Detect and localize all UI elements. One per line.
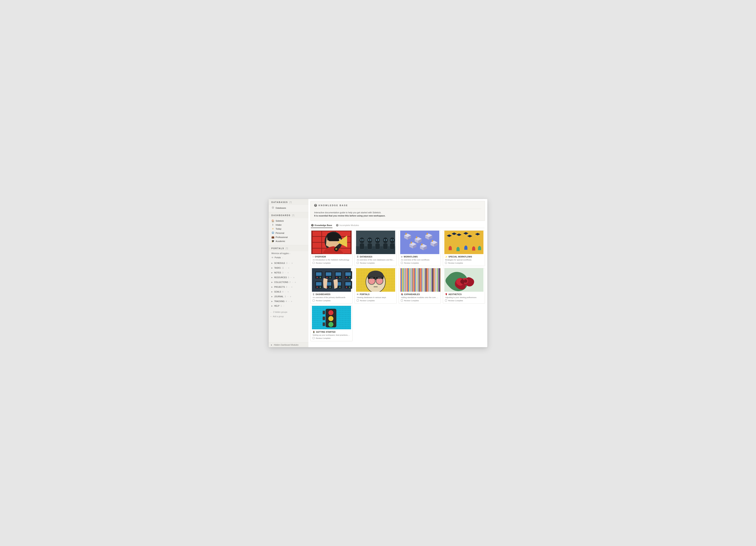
- sidebar-item-today[interactable]: ☀ Today: [270, 227, 307, 231]
- help-hint-icon[interactable]: [?]: [292, 214, 294, 216]
- svg-point-808: [345, 326, 346, 327]
- review-complete-checkbox[interactable]: Review Complete: [313, 337, 350, 339]
- portal-group-count: 1: [281, 305, 282, 307]
- svg-point-718: [322, 320, 322, 321]
- more-icon[interactable]: ···: [289, 262, 290, 264]
- kb-card-overview[interactable]: R ≡ OVERVIEW An introduction to the Side…: [310, 230, 353, 266]
- plus-icon[interactable]: +: [291, 286, 292, 289]
- review-complete-checkbox[interactable]: Review Complete: [401, 262, 439, 264]
- sidebar: DATABASES [?] Databases DASHBOARDS [?] 🏠…: [269, 199, 308, 347]
- sidebar-item-academic[interactable]: 🎓 Academic: [270, 239, 307, 243]
- kb-card-dashboards[interactable]: 🎛 DASHBOARDS An overview of the primary …: [310, 268, 353, 304]
- svg-point-815: [317, 328, 318, 329]
- more-icon[interactable]: ···: [283, 305, 285, 307]
- portal-group-tracking[interactable]: ▶ TRACKING 4 ··· +: [270, 299, 307, 304]
- plus-icon[interactable]: +: [287, 291, 289, 293]
- svg-point-228: [394, 277, 395, 277]
- svg-point-680: [341, 316, 341, 317]
- svg-point-788: [314, 326, 315, 327]
- plus-icon[interactable]: +: [291, 262, 293, 264]
- kb-card-special-workflows[interactable]: ✨ SPECIAL WORKFLOWS Strategies for speci…: [443, 230, 485, 266]
- help-hint-icon[interactable]: [?]: [290, 201, 292, 203]
- hidden-dashboard-modules-toggle[interactable]: ▶ Hidden Dashboard Modules: [269, 343, 308, 347]
- card-type-icon: 🎛: [313, 293, 315, 296]
- tab-incomplete-modules[interactable]: ? Incomplete Modules: [336, 223, 359, 228]
- portal-group-goals[interactable]: ▶ GOALS 4 ··· +: [270, 290, 307, 294]
- portal-group-count: 3: [286, 286, 287, 288]
- svg-point-551: [334, 307, 335, 307]
- kb-desc-line1: Interactive documentation guide to help …: [314, 211, 481, 214]
- plus-icon[interactable]: +: [293, 276, 294, 279]
- tab-knowledge-base[interactable]: ? Knowledge Base: [311, 223, 332, 228]
- more-icon[interactable]: ···: [292, 281, 293, 284]
- review-complete-checkbox[interactable]: Review Complete: [313, 262, 350, 264]
- sidebar-item-personal[interactable]: Personal: [270, 231, 307, 235]
- more-icon[interactable]: ···: [288, 300, 290, 303]
- svg-point-81: [360, 268, 360, 269]
- svg-point-28: [390, 237, 395, 243]
- svg-point-568: [322, 309, 322, 309]
- help-hint-icon[interactable]: [?]: [286, 247, 288, 249]
- kb-card-aesthetics[interactable]: 🌹 AESTHETICS Adjusting to your viewing p…: [443, 268, 485, 304]
- sidebar-item-professional[interactable]: 💼 Professional: [270, 235, 307, 239]
- more-icon[interactable]: ···: [285, 271, 286, 274]
- svg-point-430: [358, 291, 359, 291]
- portal-group-notes[interactable]: ▶ NOTES 3 ··· +: [270, 270, 307, 275]
- portal-group-collections[interactable]: ▶ COLLECTIONS 2 ··· +: [270, 280, 307, 285]
- portal-group-tasks[interactable]: ▶ TASKS 11 ··· +: [270, 265, 307, 270]
- svg-rect-55: [336, 272, 341, 276]
- more-icon[interactable]: ···: [288, 286, 290, 288]
- svg-point-781: [342, 324, 343, 325]
- portals-view-selector[interactable]: Portals ⌄: [269, 256, 308, 261]
- portal-group-resources[interactable]: ▶ RESOURCES 5 ··· +: [270, 275, 307, 280]
- hidden-groups-toggle[interactable]: ⌄ 2 hidden groups: [269, 310, 308, 314]
- svg-point-95: [382, 268, 382, 269]
- sidebar-item-intake[interactable]: ⬇ Intake: [270, 223, 307, 227]
- kb-card-expandables[interactable]: 📚 EXPANDABLES Adding standalone modules …: [399, 268, 441, 304]
- svg-point-424: [388, 289, 389, 290]
- svg-point-88: [371, 268, 371, 269]
- review-complete-checkbox[interactable]: Review Complete: [401, 300, 439, 302]
- more-icon[interactable]: ···: [290, 277, 292, 279]
- plus-icon[interactable]: +: [294, 281, 296, 284]
- card-type-icon: 🌹: [445, 293, 447, 296]
- kb-card-workflows[interactable]: ⚙ WORKFLOWS An overview of the core work…: [399, 230, 441, 266]
- svg-point-636: [350, 312, 351, 313]
- review-complete-checkbox[interactable]: Review Complete: [313, 300, 350, 302]
- portal-group-projects[interactable]: ▶ PROJECTS 3 ··· +: [270, 285, 307, 290]
- more-icon[interactable]: ···: [285, 267, 287, 269]
- review-complete-checkbox[interactable]: Review Complete: [357, 300, 395, 302]
- minimize-toggles-button[interactable]: Minimize all toggles ↓: [269, 251, 308, 256]
- svg-point-120: [382, 270, 382, 271]
- svg-point-31: [393, 239, 394, 240]
- more-icon[interactable]: ···: [285, 291, 286, 293]
- svg-point-637: [312, 314, 313, 315]
- portal-group-schedule[interactable]: ▶ SCHEDULE 3 ··· +: [270, 261, 307, 265]
- portal-group-journal[interactable]: ▶ JOURNAL 3 ··· +: [270, 294, 307, 299]
- portal-group-help[interactable]: ▶ HELP 1 ···: [270, 304, 307, 308]
- add-group-button[interactable]: + Add a group: [269, 314, 308, 319]
- svg-point-812: [312, 328, 313, 329]
- review-complete-checkbox[interactable]: Review Complete: [445, 300, 483, 302]
- svg-point-682: [344, 316, 344, 317]
- kb-card-databases[interactable]: 🗄 DATABASES An overview of the core data…: [355, 230, 397, 266]
- sidebar-item-sidekick[interactable]: 🏠 Sidekick: [270, 219, 307, 223]
- review-complete-checkbox[interactable]: Review Complete: [445, 262, 483, 264]
- sidebar-item-databases[interactable]: Databases: [270, 206, 307, 210]
- plus-icon[interactable]: +: [290, 295, 291, 298]
- svg-rect-528: [434, 268, 435, 292]
- plus-icon[interactable]: +: [288, 266, 290, 269]
- svg-point-153: [394, 272, 395, 272]
- kb-card-portals[interactable]: X-RAYVISION 👁 PORTALS Viewing databases …: [355, 268, 397, 304]
- svg-point-14: [361, 239, 361, 240]
- svg-point-708: [345, 318, 346, 319]
- svg-point-251: [391, 278, 392, 279]
- plus-icon[interactable]: +: [287, 271, 289, 274]
- svg-point-760: [348, 322, 349, 323]
- kb-card-getting-started[interactable]: 🚦 GETTING STARTED Setting up your worksp…: [310, 306, 353, 341]
- review-complete-label: Review Complete: [316, 262, 330, 264]
- more-icon[interactable]: ···: [287, 296, 289, 298]
- review-complete-checkbox[interactable]: Review Complete: [357, 262, 395, 264]
- plus-icon[interactable]: +: [291, 300, 292, 303]
- svg-point-400: [390, 288, 390, 288]
